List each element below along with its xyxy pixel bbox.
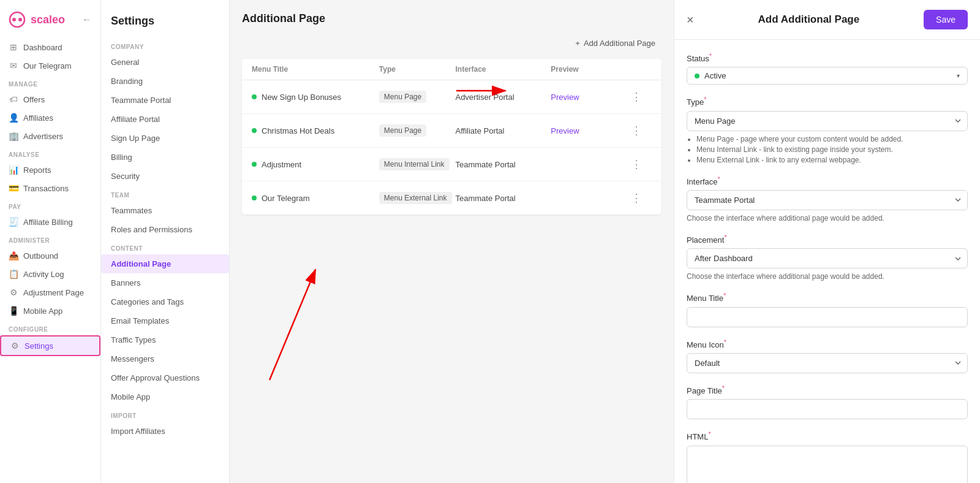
row-title-text: New Sign Up Bonuses [262,93,341,102]
sidebar-item-label: Settings [24,341,53,351]
sidebar-item-telegram[interactable]: ✉ Our Telegram [0,56,100,75]
row-type: Menu External Link [379,192,456,204]
settings-nav-teammate-portal[interactable]: Teammate Portal [101,91,229,110]
menu-icon-field-group: Menu Icon* Default [687,338,968,373]
sidebar-item-label: Dashboard [23,43,62,52]
sidebar-item-settings[interactable]: ⚙ Settings [0,335,100,356]
add-additional-page-button[interactable]: + Add Additional Page [569,35,662,51]
sidebar-item-offers[interactable]: 🏷 Offers [0,90,100,108]
settings-nav-signup-page[interactable]: Sign Up Page [101,129,229,148]
sidebar-item-affiliates[interactable]: 👤 Affiliates [0,108,100,127]
telegram-icon: ✉ [9,61,18,70]
collapse-button[interactable]: ← [82,14,92,25]
svg-line-4 [270,270,315,380]
sidebar-item-adjustment-page[interactable]: ⚙ Adjustment Page [0,283,100,302]
status-dot [252,94,257,99]
sidebar-item-affiliate-billing[interactable]: 🧾 Affiliate Billing [0,213,100,231]
html-label: HTML* [687,430,968,441]
row-actions: ⋮ [627,89,652,105]
sidebar-item-dashboard[interactable]: ⊞ Dashboard [0,38,100,56]
settings-nav-offer-approval[interactable]: Offer Approval Questions [101,368,229,387]
settings-nav-email-templates[interactable]: Email Templates [101,311,229,330]
sidebar-section-configure: CONFIGURE [0,320,100,335]
settings-icon: ⚙ [10,341,20,351]
settings-section-import: IMPORT [101,406,229,422]
save-button[interactable]: Save [924,10,968,29]
settings-nav-affiliate-portal[interactable]: Affiliate Portal [101,110,229,129]
settings-nav-categories-tags[interactable]: Categories and Tags [101,292,229,311]
row-interface: Teammate Portal [455,194,551,203]
billing-icon: 🧾 [9,217,18,227]
close-icon: × [687,13,694,26]
menu-title-input[interactable] [687,307,968,327]
interface-select[interactable]: Teammate Portal Affiliate Portal Adverti… [687,190,968,210]
settings-nav-traffic-types[interactable]: Traffic Types [101,330,229,349]
row-type: Menu Internal Link [379,158,456,170]
html-field-group: HTML* [687,430,968,483]
settings-nav-security[interactable]: Security [101,167,229,186]
settings-nav-title: Settings [101,10,229,37]
status-select[interactable]: Active ▾ [687,67,968,85]
sidebar-item-outbound[interactable]: 📤 Outbound [0,246,100,265]
preview-link[interactable]: Preview [551,126,579,135]
row-actions: ⋮ [627,156,652,172]
type-badge: Menu Page [379,91,426,103]
row-menu-button[interactable]: ⋮ [627,156,646,172]
placement-label: Placement* [687,234,968,245]
sidebar-item-label: Affiliates [23,113,53,123]
sidebar-item-label: Adjustment Page [23,288,84,297]
interface-hint: Choose the interface where additional pa… [687,214,968,222]
settings-nav-general[interactable]: General [101,53,229,72]
preview-link[interactable]: Preview [551,93,579,102]
sidebar-item-label: Advertisers [23,132,63,141]
col-actions [627,65,652,74]
type-field-group: Type* Menu Page Menu Internal Link Menu … [687,96,968,164]
content-toolbar: + Add Additional Page [242,35,662,51]
sidebar-item-label: Affiliate Billing [23,218,73,227]
settings-nav-roles[interactable]: Roles and Permissions [101,220,229,239]
settings-section-company: COMPANY [101,37,229,53]
settings-nav-teammates[interactable]: Teammates [101,201,229,220]
offers-icon: 🏷 [9,94,18,104]
menu-icon-select[interactable]: Default [687,353,968,373]
sidebar-item-label: Transactions [23,184,69,193]
sidebar-item-label: Mobile App [23,306,62,316]
settings-nav-import-affiliates[interactable]: Import Affiliates [101,422,229,441]
settings-nav-billing[interactable]: Billing [101,148,229,167]
transactions-icon: 💳 [9,183,18,193]
settings-nav-banners[interactable]: Banners [101,273,229,292]
sidebar-section-manage: MANAGE [0,75,100,90]
menu-title-field-group: Menu Title* [687,292,968,327]
row-menu-button[interactable]: ⋮ [627,123,646,139]
sidebar-item-advertisers[interactable]: 🏢 Advertisers [0,127,100,145]
sidebar-item-activity-log[interactable]: 📋 Activity Log [0,265,100,283]
menu-title-label: Menu Title* [687,292,968,303]
settings-nav-additional-page[interactable]: Additional Page [101,254,229,273]
settings-nav-messengers[interactable]: Messengers [101,349,229,368]
row-title-text: Our Telegram [262,194,310,203]
type-label: Type* [687,96,968,107]
row-menu-button[interactable]: ⋮ [627,89,646,105]
menu-icon-label: Menu Icon* [687,338,968,349]
sidebar-item-reports[interactable]: 📊 Reports [0,161,100,179]
sidebar-item-mobile-app[interactable]: 📱 Mobile App [0,302,100,320]
panel-title: Add Additional Page [758,13,860,26]
panel-close-button[interactable]: × [687,13,694,26]
html-textarea[interactable] [687,446,968,483]
col-type: Type [379,65,456,74]
settings-nav-mobile-app[interactable]: Mobile App [101,387,229,406]
content-area: Additional Page + Add Additional Page Me… [230,0,674,483]
page-title-input[interactable] [687,399,968,419]
type-hints: Menu Page - page where your custom conte… [687,135,968,164]
logo-icon [9,11,26,28]
row-menu-button[interactable]: ⋮ [627,190,646,206]
row-title-text: Adjustment [262,160,301,169]
settings-nav-branding[interactable]: Branding [101,72,229,91]
logo-text: scaleo [31,13,65,26]
placement-select[interactable]: After Dashboard [687,248,968,268]
type-select[interactable]: Menu Page Menu Internal Link Menu Extern… [687,111,968,131]
page-title-label: Page Title* [687,384,968,395]
col-interface: Interface [455,65,551,74]
svg-point-2 [18,18,22,21]
sidebar-item-transactions[interactable]: 💳 Transactions [0,179,100,197]
